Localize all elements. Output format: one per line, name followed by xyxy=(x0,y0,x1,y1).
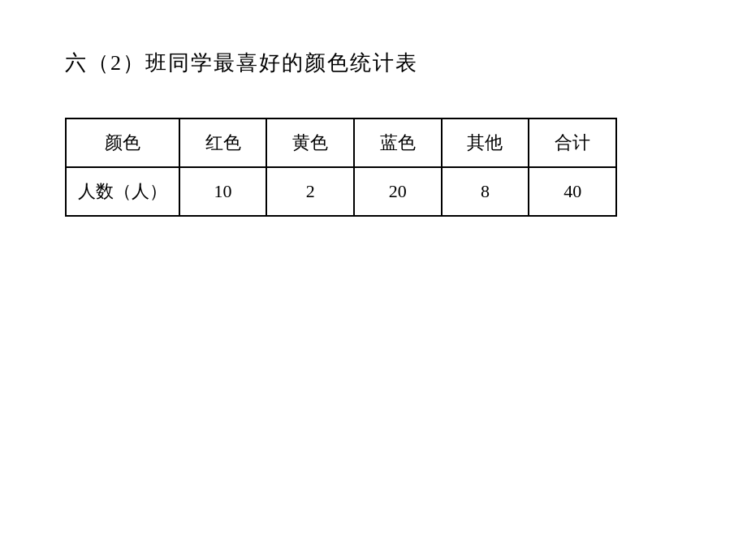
table-row: 人数（人） 10 2 20 8 40 xyxy=(66,167,616,216)
row-value-total: 40 xyxy=(529,167,616,216)
row-value-other: 8 xyxy=(442,167,529,216)
row-value-red: 10 xyxy=(179,167,267,216)
header-cell-total: 合计 xyxy=(529,118,616,167)
header-cell-red: 红色 xyxy=(179,118,267,167)
table-header-row: 颜色 红色 黄色 蓝色 其他 合计 xyxy=(66,118,616,167)
header-cell-yellow: 黄色 xyxy=(266,118,354,167)
page-container: 六（2）班同学最喜好的颜色统计表 颜色 红色 黄色 蓝色 其他 合计 人数（人）… xyxy=(0,0,747,560)
stats-table: 颜色 红色 黄色 蓝色 其他 合计 人数（人） 10 2 20 8 40 xyxy=(65,118,617,217)
header-cell-blue: 蓝色 xyxy=(354,118,442,167)
page-title: 六（2）班同学最喜好的颜色统计表 xyxy=(65,49,682,77)
header-cell-label: 颜色 xyxy=(66,118,179,167)
row-value-yellow: 2 xyxy=(266,167,354,216)
row-label: 人数（人） xyxy=(66,167,179,216)
header-cell-other: 其他 xyxy=(442,118,529,167)
row-value-blue: 20 xyxy=(354,167,442,216)
